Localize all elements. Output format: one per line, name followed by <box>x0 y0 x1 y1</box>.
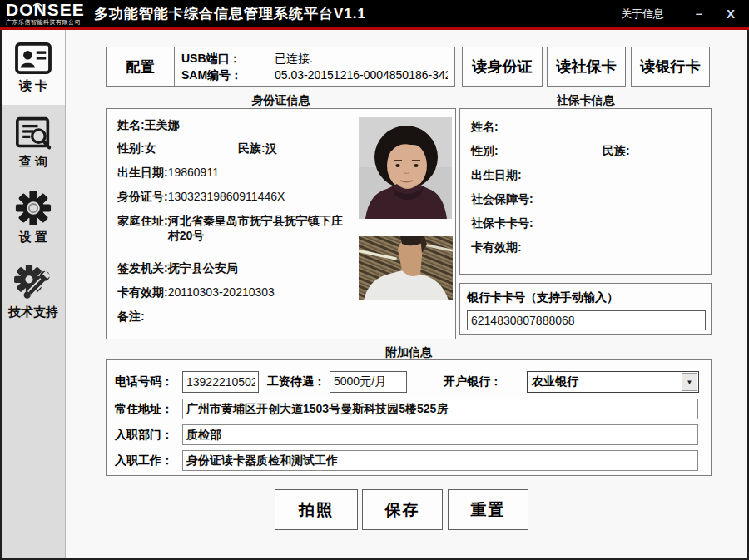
extra-section-title: 附加信息 <box>106 345 712 360</box>
id-ethnic-label: 民族: <box>238 141 265 156</box>
salary-label: 工资待遇： <box>267 374 325 389</box>
read-social-card-button[interactable]: 读社保卡 <box>547 47 626 87</box>
resident-address-label: 常住地址： <box>115 402 173 417</box>
app-logo: DONSEE 广东乐信智能科技有限公司 <box>6 2 89 27</box>
close-button[interactable]: X <box>721 7 741 21</box>
job-input[interactable] <box>182 450 698 471</box>
take-photo-button[interactable]: 拍照 <box>275 489 358 530</box>
bank-card-number-input[interactable] <box>467 310 706 330</box>
signal-icon <box>31 0 44 7</box>
salary-input[interactable] <box>330 371 407 393</box>
ss-ssn-label: 社会保障号: <box>471 191 533 206</box>
id-photo <box>359 117 452 219</box>
phone-input[interactable] <box>182 371 259 393</box>
sidebar-item-settings[interactable]: 设 置 <box>2 180 65 255</box>
chevron-down-icon[interactable]: ▼ <box>682 373 697 391</box>
ss-birth-label: 出生日期: <box>471 167 522 182</box>
ss-gender-label: 性别: <box>471 143 499 158</box>
search-doc-icon <box>14 116 52 151</box>
resident-address-input[interactable] <box>182 399 698 419</box>
id-address-label: 家庭住址: <box>117 213 168 243</box>
department-label: 入职部门： <box>115 428 173 443</box>
config-panel: 配置 USB端口：已连接. SAM编号：05.03-20151216-00048… <box>106 47 455 87</box>
sidebar-label: 读 卡 <box>19 78 47 94</box>
wrench-gear-icon <box>14 265 52 301</box>
config-button[interactable]: 配置 <box>107 47 175 86</box>
app-window: DONSEE 广东乐信智能科技有限公司 多功能智能卡综合信息管理系统平台V1.1… <box>0 0 749 560</box>
usb-port-label: USB端口： <box>181 50 275 67</box>
sidebar-label: 查 询 <box>19 154 47 170</box>
id-validity-label: 卡有效期: <box>117 285 168 300</box>
id-gender-value: 女 <box>145 141 156 156</box>
id-validity-value: 20110303-20210303 <box>168 285 275 300</box>
id-name-label: 姓名: <box>117 117 145 132</box>
sidebar-label: 设 置 <box>19 230 47 245</box>
id-issuer-label: 签发机关: <box>117 260 168 275</box>
gear-icon <box>15 190 52 226</box>
camera-photo <box>359 236 453 300</box>
connection-status-panel: USB端口：已连接. SAM编号：05.03-20151216-00048501… <box>175 47 454 86</box>
bank-card-box: 银行卡卡号（支持手动输入） <box>459 283 712 335</box>
window-title: 多功能智能卡综合信息管理系统平台V1.1 <box>94 4 366 23</box>
ss-validity-label: 卡有效期: <box>471 240 522 255</box>
read-bank-card-button[interactable]: 读银行卡 <box>631 47 710 87</box>
id-number-label: 身份证号: <box>117 189 168 204</box>
id-remark-label: 备注: <box>117 309 145 324</box>
sidebar: 读 卡 查 询 <box>2 30 66 558</box>
id-number-value: 13032319860911446X <box>168 189 285 204</box>
id-ethnic-value: 汉 <box>265 141 277 156</box>
id-card-section-title: 身份证信息 <box>106 93 456 108</box>
id-card-icon <box>14 42 52 75</box>
bank-select-value: 农业银行 <box>528 374 682 389</box>
title-bar: DONSEE 广东乐信智能科技有限公司 多功能智能卡综合信息管理系统平台V1.1… <box>0 0 749 27</box>
social-card-info-box: 姓名: 性别: 民族: 出生日期: 社会保障号: 社保卡卡号: 卡有效期: <box>459 108 712 275</box>
bank-select-label: 开户银行： <box>444 374 502 389</box>
read-id-card-button[interactable]: 读身份证 <box>462 47 543 87</box>
bank-card-label: 银行卡卡号（支持手动输入） <box>467 290 618 305</box>
sidebar-item-read-card[interactable]: 读 卡 <box>2 30 65 105</box>
about-menu[interactable]: 关于信息 <box>621 7 664 22</box>
id-birth-value: 19860911 <box>168 165 219 180</box>
logo-text: DONSEE <box>6 2 89 18</box>
id-birth-label: 出生日期: <box>117 165 168 180</box>
main-content: 配置 USB端口：已连接. SAM编号：05.03-20151216-00048… <box>66 30 749 560</box>
id-issuer-value: 抚宁县公安局 <box>168 260 238 275</box>
sidebar-label: 技术支持 <box>8 305 58 320</box>
phone-label: 电话号码： <box>115 374 173 389</box>
id-gender-label: 性别: <box>117 141 145 156</box>
bank-select[interactable]: 农业银行 ▼ <box>527 371 699 393</box>
sam-number-value: 05.03-20151216-0004850186-3420327620 <box>275 68 448 82</box>
minimize-button[interactable]: − <box>689 7 709 21</box>
ss-name-label: 姓名: <box>471 119 499 134</box>
id-card-info-box: 姓名: 王美娜 性别: 女 民族: 汉 出生日期: 19860911 身份证号:… <box>106 108 456 339</box>
reset-button[interactable]: 重置 <box>448 489 528 530</box>
sidebar-item-tech-support[interactable]: 技术支持 <box>2 255 65 330</box>
sidebar-item-query[interactable]: 查 询 <box>2 105 65 180</box>
sam-number-label: SAM编号： <box>181 67 275 83</box>
logo-company: 广东乐信智能科技有限公司 <box>6 18 89 27</box>
department-input[interactable] <box>182 424 698 445</box>
ss-ethnic-label: 民族: <box>603 143 630 158</box>
id-name-value: 王美娜 <box>145 117 180 132</box>
id-address-value: 河北省秦皇岛市抚宁县抚宁镇下庄村20号 <box>168 213 343 243</box>
usb-port-value: 已连接. <box>275 52 313 65</box>
social-card-section-title: 社保卡信息 <box>459 93 712 108</box>
job-label: 入职工作： <box>115 453 173 468</box>
save-button[interactable]: 保存 <box>362 489 443 530</box>
ss-cardnum-label: 社保卡卡号: <box>471 216 533 230</box>
extra-info-box: 电话号码： 工资待遇： 开户银行： 农业银行 ▼ 常住地址： 入职部门： 入职工… <box>106 359 712 476</box>
